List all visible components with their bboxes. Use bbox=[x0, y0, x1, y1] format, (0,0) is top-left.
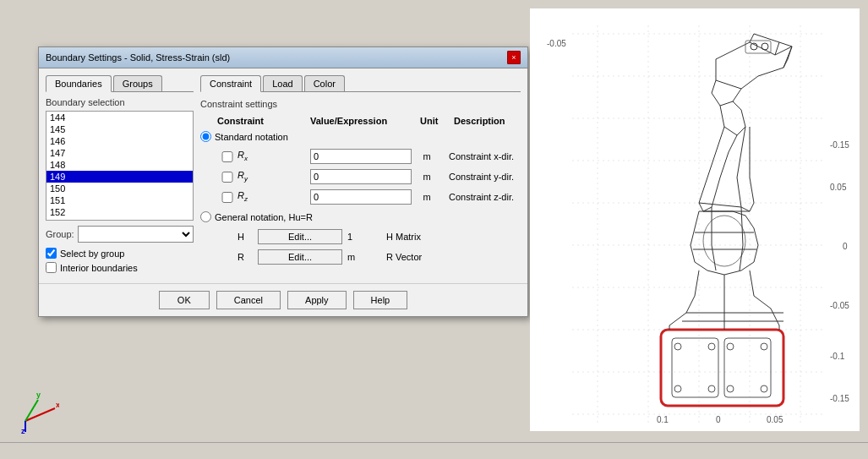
header-unit: Unit bbox=[420, 116, 454, 126]
tab-color[interactable]: Color bbox=[304, 75, 345, 91]
list-item[interactable]: 150 bbox=[46, 183, 193, 194]
ry-sub: y bbox=[244, 176, 248, 183]
interior-boundaries-label: Interior boundaries bbox=[60, 263, 138, 273]
model-viewport: -0.05 -0.15 0.05 0 -0.05 -0.1 -0.15 0 0.… bbox=[530, 8, 860, 431]
rz-label: Rz bbox=[237, 190, 310, 203]
svg-text:y: y bbox=[36, 391, 41, 399]
dialog-buttons: OK Cancel Apply Help bbox=[39, 283, 527, 316]
rz-unit: m bbox=[412, 192, 442, 202]
select-by-group-row: Select by group bbox=[46, 248, 194, 259]
select-by-group-checkbox[interactable] bbox=[46, 248, 57, 259]
boundary-list[interactable]: 144 145 146 147 148 149 150 151 152 bbox=[46, 111, 194, 221]
constraint-settings-label: Constraint settings bbox=[200, 99, 521, 109]
svg-rect-0 bbox=[530, 8, 860, 431]
svg-text:0: 0 bbox=[843, 242, 848, 251]
rz-input[interactable] bbox=[310, 189, 412, 205]
ok-button[interactable]: OK bbox=[159, 291, 210, 309]
h-description: H Matrix bbox=[376, 232, 521, 242]
svg-text:0: 0 bbox=[716, 415, 721, 424]
list-item[interactable]: 152 bbox=[46, 206, 193, 218]
group-row: Group: bbox=[46, 226, 194, 243]
ry-label: Ry bbox=[237, 170, 310, 183]
list-item-selected[interactable]: 149 bbox=[46, 171, 193, 183]
rz-checkbox[interactable] bbox=[217, 192, 237, 203]
axis-indicator: x y z bbox=[17, 391, 59, 434]
left-tab-bar: Boundaries Groups bbox=[46, 75, 194, 92]
apply-button[interactable]: Apply bbox=[287, 291, 347, 309]
ry-checkbox[interactable] bbox=[217, 172, 237, 183]
dialog-title: Boundary Settings - Solid, Stress-Strain… bbox=[46, 52, 230, 63]
general-notation-label: General notation, Hu=R bbox=[215, 212, 313, 222]
r-vector-row: R Edit... m R Vector bbox=[200, 249, 521, 265]
list-item[interactable]: 147 bbox=[46, 147, 193, 159]
interior-boundaries-checkbox[interactable] bbox=[46, 262, 57, 273]
rx-unit: m bbox=[412, 151, 442, 161]
tab-constraint[interactable]: Constraint bbox=[200, 75, 261, 92]
constraint-header: Constraint Value/Expression Unit Descrip… bbox=[200, 116, 521, 126]
general-notation-row: General notation, Hu=R bbox=[200, 211, 521, 222]
svg-text:0.05: 0.05 bbox=[830, 183, 847, 192]
constraint-row-rx: Rx m Constraint x-dir. bbox=[200, 149, 521, 164]
rz-desc: Constraint z-dir. bbox=[442, 192, 521, 202]
svg-text:-0.05: -0.05 bbox=[547, 39, 566, 48]
rx-input[interactable] bbox=[310, 149, 412, 164]
cancel-button[interactable]: Cancel bbox=[216, 291, 281, 309]
tab-groups[interactable]: Groups bbox=[113, 75, 162, 91]
standard-notation-row: Standard notation bbox=[200, 131, 521, 142]
ry-desc: Constraint y-dir. bbox=[442, 172, 521, 182]
right-panel: Constraint Load Color Constraint setting… bbox=[200, 75, 521, 276]
svg-text:-0.15: -0.15 bbox=[830, 140, 849, 150]
group-label: Group: bbox=[46, 229, 74, 239]
svg-text:z: z bbox=[21, 427, 25, 434]
list-item[interactable]: 145 bbox=[46, 123, 193, 135]
ry-unit: m bbox=[412, 172, 442, 182]
model-svg: -0.05 -0.15 0.05 0 -0.05 -0.1 -0.15 0 0.… bbox=[530, 8, 860, 431]
dialog-body: Boundaries Groups Boundary selection 144… bbox=[39, 68, 527, 283]
svg-text:0.1: 0.1 bbox=[657, 415, 669, 424]
constraint-row-rz: Rz m Constraint z-dir. bbox=[200, 189, 521, 205]
tab-boundaries[interactable]: Boundaries bbox=[46, 75, 112, 92]
r-description: R Vector bbox=[376, 252, 521, 262]
h-label: H bbox=[237, 232, 258, 242]
svg-text:0.05: 0.05 bbox=[767, 415, 783, 424]
r-edit-button[interactable]: Edit... bbox=[258, 249, 342, 265]
standard-notation-label: Standard notation bbox=[215, 132, 288, 142]
svg-text:x: x bbox=[56, 401, 59, 409]
list-item[interactable]: 151 bbox=[46, 194, 193, 206]
tab-load[interactable]: Load bbox=[263, 75, 302, 91]
axis-svg: x y z bbox=[17, 391, 59, 434]
h-unit: 1 bbox=[342, 232, 376, 242]
header-description: Description bbox=[454, 116, 521, 126]
rx-label: Rx bbox=[237, 150, 310, 162]
boundary-settings-dialog: Boundary Settings - Solid, Stress-Strain… bbox=[38, 46, 528, 317]
group-dropdown[interactable] bbox=[78, 226, 194, 243]
r-unit: m bbox=[342, 252, 376, 262]
help-button[interactable]: Help bbox=[353, 291, 408, 309]
rx-sub: x bbox=[244, 156, 248, 163]
list-item[interactable]: 148 bbox=[46, 159, 193, 171]
svg-text:-0.15: -0.15 bbox=[830, 394, 849, 403]
rz-sub: z bbox=[244, 196, 248, 204]
close-button[interactable]: × bbox=[507, 51, 521, 64]
svg-text:-0.05: -0.05 bbox=[830, 301, 849, 310]
h-edit-button[interactable]: Edit... bbox=[258, 229, 342, 244]
constraint-row-ry: Ry m Constraint y-dir. bbox=[200, 169, 521, 184]
list-item[interactable]: 146 bbox=[46, 135, 193, 147]
boundary-selection-label: Boundary selection bbox=[46, 97, 194, 107]
left-panel: Boundaries Groups Boundary selection 144… bbox=[46, 75, 194, 276]
h-matrix-row: H Edit... 1 H Matrix bbox=[200, 229, 521, 244]
list-item[interactable]: 144 bbox=[46, 112, 193, 123]
interior-boundaries-row: Interior boundaries bbox=[46, 262, 194, 273]
dialog-titlebar: Boundary Settings - Solid, Stress-Strain… bbox=[39, 47, 527, 68]
r-label: R bbox=[237, 252, 258, 262]
rx-checkbox[interactable] bbox=[217, 151, 237, 162]
rx-desc: Constraint x-dir. bbox=[442, 151, 521, 161]
general-notation-radio[interactable] bbox=[200, 211, 211, 222]
svg-text:-0.1: -0.1 bbox=[830, 352, 845, 361]
ry-input[interactable] bbox=[310, 169, 412, 184]
status-bar bbox=[0, 442, 868, 459]
right-tab-bar: Constraint Load Color bbox=[200, 75, 521, 92]
standard-notation-radio[interactable] bbox=[200, 131, 211, 142]
header-constraint: Constraint bbox=[217, 116, 310, 126]
select-by-group-label: Select by group bbox=[60, 249, 124, 259]
